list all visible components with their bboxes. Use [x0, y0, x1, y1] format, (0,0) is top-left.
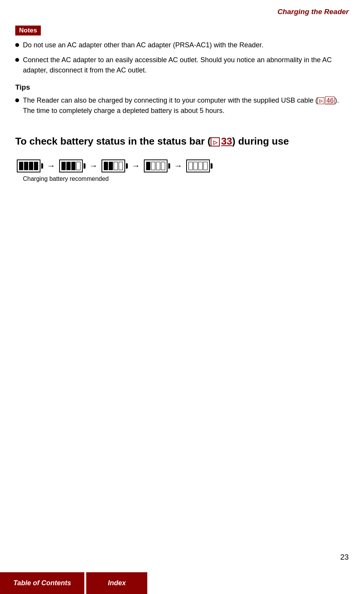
ref-icon: ▷	[317, 97, 324, 104]
tips-text-before: The Reader can also be charged by connec…	[23, 97, 317, 104]
battery-bar	[104, 162, 108, 170]
battery-two-icon	[101, 159, 128, 172]
list-item: The Reader can also be charged by connec…	[15, 95, 349, 116]
battery-bar	[71, 162, 76, 170]
arrow-icon: →	[174, 161, 182, 171]
table-of-contents-button[interactable]: Table of Contents	[0, 572, 84, 594]
battery-terminal	[84, 163, 85, 169]
notes-list: Do not use an AC adapter other than AC a…	[15, 40, 349, 76]
footer-buttons: Table of Contents Index	[0, 572, 147, 594]
battery-bar	[161, 162, 165, 170]
battery-terminal	[168, 163, 170, 169]
battery-bar	[76, 162, 81, 170]
index-button[interactable]: Index	[86, 572, 147, 594]
charging-label: Charging battery recommended	[23, 175, 349, 182]
battery-bar	[188, 162, 193, 170]
notes-label: Notes	[15, 26, 41, 35]
battery-three-icon	[59, 159, 85, 172]
arrow-icon: →	[89, 161, 98, 171]
tips-bullet-1: The Reader can also be charged by connec…	[23, 95, 349, 116]
battery-full-icon	[17, 159, 43, 172]
battery-bar	[203, 162, 208, 170]
arrow-icon: →	[132, 161, 140, 171]
tips-list: The Reader can also be charged by connec…	[15, 95, 349, 116]
battery-diagram-section: → →	[15, 159, 349, 182]
battery-one-icon	[144, 159, 170, 172]
ref-icon-large: ▷	[211, 137, 220, 146]
battery-bar	[19, 162, 23, 170]
page-header: Charging the Reader	[15, 8, 349, 18]
battery-ref-link[interactable]: 33	[221, 135, 232, 147]
battery-bar	[119, 162, 123, 170]
page-container: Charging the Reader Notes Do not use an …	[0, 0, 364, 594]
arrow-icon: →	[47, 161, 55, 171]
battery-terminal	[126, 163, 128, 169]
battery-terminal	[211, 163, 213, 169]
bullet-dot	[15, 58, 19, 62]
battery-diagram: → →	[15, 159, 349, 172]
battery-terminal	[41, 163, 43, 169]
battery-bar	[193, 162, 198, 170]
battery-status-heading: To check battery status in the status ba…	[15, 135, 349, 148]
battery-bar	[109, 162, 113, 170]
page-number: 23	[340, 553, 349, 562]
battery-bar	[29, 162, 33, 170]
bullet-dot	[15, 43, 19, 47]
page-title: Charging the Reader	[277, 8, 349, 16]
battery-bar	[24, 162, 28, 170]
battery-bar	[146, 162, 150, 170]
heading-text-before: To check battery status in the status ba…	[15, 135, 211, 147]
list-item: Connect the AC adapter to an easily acce…	[15, 55, 349, 76]
list-item: Do not use an AC adapter other than AC a…	[15, 40, 349, 50]
battery-bar	[61, 162, 66, 170]
tips-label: Tips	[15, 83, 349, 92]
tips-ref-link[interactable]: 46	[325, 97, 335, 105]
battery-bar	[198, 162, 203, 170]
tips-section: Tips The Reader can also be charged by c…	[15, 83, 349, 116]
notes-bullet-1: Do not use an AC adapter other than AC a…	[23, 40, 349, 50]
battery-bar	[66, 162, 71, 170]
heading-text-after: ) during use	[232, 135, 289, 147]
battery-empty-icon	[186, 159, 213, 172]
battery-bar	[34, 162, 38, 170]
notes-section: Notes Do not use an AC adapter other tha…	[15, 26, 349, 76]
battery-bar	[156, 162, 160, 170]
notes-bullet-2: Connect the AC adapter to an easily acce…	[23, 55, 349, 76]
battery-bar	[151, 162, 155, 170]
bullet-dot	[15, 98, 19, 102]
battery-bar	[114, 162, 118, 170]
